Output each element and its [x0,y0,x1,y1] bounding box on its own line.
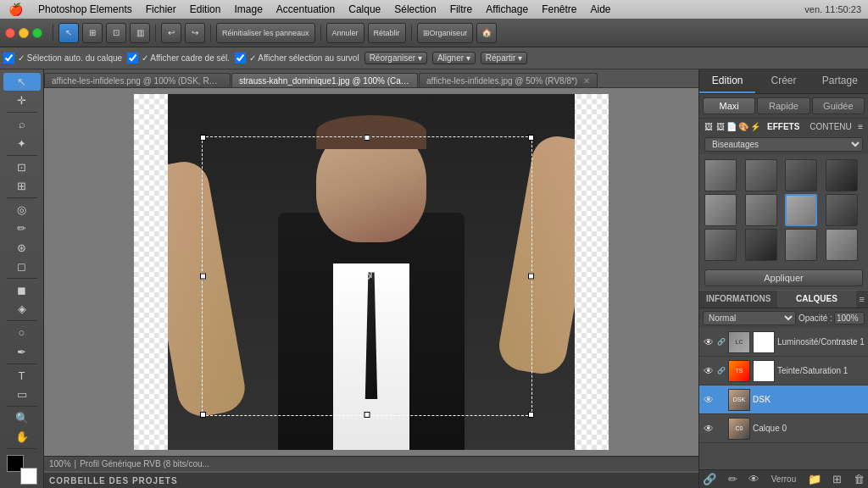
effect-6[interactable] [785,194,817,226]
biseautages-select[interactable]: Biseautages [704,137,863,152]
layer-item-2[interactable]: 👁 DSK DSK [699,385,868,414]
tab-2-close[interactable]: ✕ [583,76,590,86]
effect-7[interactable] [826,194,858,226]
tool-clone[interactable]: ⊛ [3,239,41,257]
tool-eraser[interactable]: ◻ [3,258,41,275]
tool-blur[interactable]: ◈ [3,300,41,318]
tool-layers[interactable]: ▥ [130,23,150,43]
reorganiser-button[interactable]: Réorganiser ▾ [364,52,427,64]
effect-11[interactable] [826,229,858,261]
panel-tab-partage[interactable]: Partage [812,69,868,93]
tab-1[interactable]: strauss-kahn_dominique1.jpg @ 100% (Calq… [231,73,418,87]
layer-visibility-1[interactable]: 👁 [703,365,715,377]
tab-2[interactable]: affiche-les-infideles.jpg @ 50% (RV8/8*)… [419,73,598,87]
effect-0[interactable] [704,159,737,191]
color-swatches[interactable] [7,455,37,485]
tool-undo[interactable]: ↩ [161,23,181,43]
tool-move[interactable]: ✛ [3,92,41,109]
aligner-button[interactable]: Aligner ▾ [432,52,476,64]
layer-visibility-2[interactable]: 👁 [703,394,715,406]
layers-tab-calques[interactable]: CALQUES [777,291,855,308]
layer-item-3[interactable]: 👁 C0 Calque 0 [699,414,868,443]
tool-crop[interactable]: ⊡ [106,23,126,43]
blend-mode-select[interactable]: Normal [703,311,796,325]
tool-heal[interactable]: ◎ [3,201,41,219]
tool-lasso[interactable]: ⌕ [3,115,41,133]
tool-crop[interactable]: ⊡ [3,158,41,176]
tool-slice[interactable]: ⊞ [3,177,41,195]
annuler-button[interactable]: Annuler [326,23,364,43]
effects-icon-2[interactable]: 📄 [726,122,737,131]
layer-visibility-0[interactable]: 👁 [703,336,715,348]
effects-icon-4[interactable]: ⚡ [750,122,760,131]
layer-item-0[interactable]: 👁 🔗 LC Luminosité/Contraste 1 [699,328,868,357]
menu-aide[interactable]: Aide [583,3,617,15]
reset-panels-button[interactable]: Réinitialiser les panneaux [216,23,315,43]
layer-link-icon[interactable]: 🔗 [703,473,716,485]
effect-1[interactable] [745,159,777,191]
menu-fichier[interactable]: Fichier [139,3,183,15]
layers-menu-icon[interactable]: ≡ [856,291,868,308]
afficher-cadre-checkbox[interactable]: ✓ Afficher cadre de sél. [127,53,230,64]
tool-pen[interactable]: ✒ [3,342,41,360]
tool-hand[interactable]: ✋ [3,428,41,446]
effect-4[interactable] [704,194,737,226]
layers-tab-informations[interactable]: INFORMATIONS [699,291,777,308]
tool-brush[interactable]: ✏ [3,219,41,237]
tool-grid[interactable]: ⊞ [82,23,103,43]
organiseur-button[interactable]: ⊞ Organiseur [417,23,474,43]
close-button[interactable] [5,28,15,38]
apple-menu[interactable]: 🍎 [0,3,31,16]
menu-affichage[interactable]: Affichage [479,3,535,15]
layer-visibility-3[interactable]: 👁 [703,423,715,435]
tool-gradient[interactable]: ◼ [3,281,41,299]
background-color[interactable] [20,468,37,485]
panel-tab-creer[interactable]: Créer [755,69,811,93]
layer-item-1[interactable]: 👁 🔗 TS Teinte/Saturation 1 [699,357,868,385]
tool-redo[interactable]: ↪ [185,23,205,43]
mode-tab-rapide[interactable]: Rapide [757,97,810,114]
menu-filtre[interactable]: Filtre [443,3,480,15]
afficher-selection-checkbox[interactable]: ✓ Afficher sélection au survol [235,53,359,64]
tool-eyedropper[interactable]: 🔍 [3,409,41,427]
layer-eye-icon[interactable]: 👁 [748,473,760,485]
tool-text[interactable]: T [3,367,41,385]
menu-accentuation[interactable]: Accentuation [270,3,342,15]
menu-image[interactable]: Image [227,3,269,15]
menu-edition[interactable]: Edition [183,3,228,15]
layer-new-icon[interactable]: ✏ [728,473,737,485]
effect-5[interactable] [745,194,777,226]
tab-0[interactable]: affiche-les-infideles.png @ 100% (DSK, R… [44,73,231,87]
menu-calque[interactable]: Calque [342,3,387,15]
panel-menu-icon[interactable]: ≡ [858,122,863,131]
effects-icon-1[interactable]: 🖼 [716,122,725,131]
layer-trash-icon[interactable]: 🗑 [854,473,865,485]
home-icon[interactable]: 🏠 [476,23,497,43]
repartir-button[interactable]: Répartir ▾ [481,52,527,64]
effect-10[interactable] [785,229,817,261]
effect-8[interactable] [704,229,737,261]
retablir-button[interactable]: Rétablir [368,23,406,43]
layer-new-layer-icon[interactable]: ⊞ [832,473,842,485]
menu-selection[interactable]: Sélection [387,3,442,15]
canvas[interactable] [134,94,609,450]
menu-fenetre[interactable]: Fenêtre [535,3,583,15]
layer-folder-icon[interactable]: 📁 [808,473,821,485]
selection-auto-checkbox[interactable]: ✓ Sélection auto. du calque [3,53,122,64]
panel-tab-edition[interactable]: Edition [699,69,755,93]
mode-tab-maxi[interactable]: Maxi [703,97,755,114]
effect-9[interactable] [745,229,777,261]
maximize-button[interactable] [32,28,42,38]
effect-2[interactable] [785,159,817,191]
tool-shape[interactable]: ▭ [3,385,41,403]
apply-button[interactable]: Appliquer [704,269,863,286]
opacity-input[interactable] [834,312,865,324]
tool-selection[interactable]: ↖ [3,73,41,91]
tool-magic[interactable]: ✦ [3,135,41,152]
tool-dodge[interactable]: ○ [3,324,41,341]
effects-icon-3[interactable]: 🎨 [738,122,748,131]
effect-3[interactable] [826,159,858,191]
mode-tab-guidee[interactable]: Guidée [812,97,865,114]
tool-arrow[interactable]: ↖ [58,23,79,43]
minimize-button[interactable] [19,28,29,38]
